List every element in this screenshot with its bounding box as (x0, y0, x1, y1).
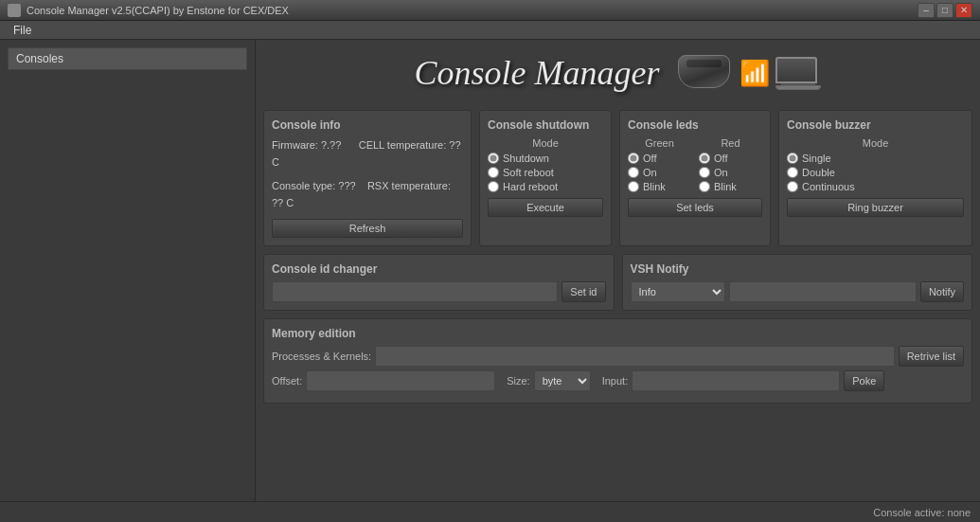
size-select[interactable]: byte word dword (534, 370, 591, 391)
console-id-title: Console id changer (272, 262, 606, 276)
shutdown-option-soft-reboot[interactable]: Soft reboot (488, 167, 603, 178)
middle-panel-row: Console id changer Set id VSH Notify Inf… (263, 254, 972, 311)
offset-label: Offset: (272, 375, 302, 387)
processes-kernels-row: Processes & Kernels: Retrive list (272, 346, 964, 367)
maximize-button[interactable]: □ (936, 3, 953, 18)
close-button[interactable]: ✕ (955, 3, 972, 18)
app-header: Console Manager 📶 (263, 47, 972, 99)
shutdown-radio-soft-reboot[interactable] (488, 167, 499, 178)
ps3-icon-container (678, 55, 730, 91)
firmware-info: Firmware: ?.?? CELL temperature: ?? C (272, 137, 463, 171)
window-controls: – □ ✕ (918, 3, 972, 18)
red-on-radio[interactable] (699, 167, 710, 178)
console-info-panel: Console info Firmware: ?.?? CELL tempera… (263, 110, 472, 246)
wifi-icon-container: 📶 (739, 61, 770, 85)
console-type-info: Console type: ??? RSX temperature: ?? C (272, 178, 463, 211)
buzzer-double-radio[interactable] (787, 167, 798, 178)
console-id-input[interactable] (272, 281, 558, 302)
shutdown-options: Shutdown Soft reboot Hard reboot (488, 153, 603, 192)
wifi-icon: 📶 (739, 61, 770, 85)
buzzer-continuous-label: Continuous (802, 181, 855, 192)
console-leds-panel: Console leds Green Off On (619, 110, 771, 246)
memory-edition-title: Memory edition (272, 327, 964, 340)
console-buzzer-panel: Console buzzer Mode Single Double Contin… (778, 110, 972, 246)
processes-kernels-input[interactable] (375, 346, 895, 367)
firmware-label: Firmware: ?.?? (272, 139, 341, 151)
vsh-notify-type-select[interactable]: Info Warning Error (631, 281, 725, 302)
console-type-label: Console type: ??? (272, 180, 356, 191)
sidebar: Consoles (0, 40, 256, 501)
red-off-label: Off (714, 153, 727, 164)
red-led-options: Off On Blink (699, 153, 762, 192)
buzzer-double-option[interactable]: Double (787, 167, 964, 178)
console-buzzer-title: Console buzzer (787, 118, 964, 132)
green-on-option[interactable]: On (628, 167, 657, 178)
console-info-title: Console info (272, 118, 463, 132)
buzzer-continuous-radio[interactable] (787, 181, 798, 192)
buzzer-single-option[interactable]: Single (787, 153, 964, 164)
vsh-notify-message-input[interactable] (729, 281, 917, 302)
green-on-label: On (643, 167, 657, 178)
green-on-radio[interactable] (628, 167, 639, 178)
red-off-option[interactable]: Off (699, 153, 727, 164)
red-blink-option[interactable]: Blink (699, 181, 737, 192)
ring-buzzer-button[interactable]: Ring buzzer (787, 198, 964, 217)
red-off-radio[interactable] (699, 153, 710, 164)
red-blink-radio[interactable] (699, 181, 710, 192)
shutdown-radio-shutdown[interactable] (488, 153, 499, 164)
vsh-notify-panel: VSH Notify Info Warning Error Notify (622, 254, 973, 311)
red-blink-label: Blink (714, 181, 737, 192)
content-area: Console Manager 📶 Console info Firmware:… (256, 40, 980, 501)
green-led-options: Off On Blink (628, 153, 691, 192)
red-on-option[interactable]: On (699, 167, 728, 178)
input-label: Input: (602, 375, 629, 387)
vsh-notify-title: VSH Notify (631, 262, 965, 276)
status-text: Console active: none (873, 507, 971, 518)
green-off-radio[interactable] (628, 153, 639, 164)
sidebar-header: Consoles (8, 47, 247, 70)
green-off-label: Off (643, 153, 656, 164)
size-label: Size: (507, 375, 529, 387)
memory-edition-panel: Memory edition Processes & Kernels: Retr… (263, 318, 972, 404)
top-panel-row: Console info Firmware: ?.?? CELL tempera… (263, 110, 972, 246)
console-leds-title: Console leds (628, 118, 762, 132)
green-blink-label: Blink (643, 181, 666, 192)
shutdown-mode-label: Mode (488, 137, 603, 149)
main-layout: Consoles Console Manager 📶 Console info (0, 40, 980, 501)
console-shutdown-panel: Console shutdown Mode Shutdown Soft rebo… (479, 110, 612, 246)
buzzer-mode-label: Mode (787, 137, 964, 149)
ps3-icon (678, 55, 730, 88)
offset-input[interactable] (306, 370, 495, 391)
poke-input[interactable] (632, 370, 840, 391)
buzzer-options: Single Double Continuous (787, 153, 964, 192)
green-blink-option[interactable]: Blink (628, 181, 666, 192)
red-led-header: Red (699, 137, 762, 149)
minimize-button[interactable]: – (918, 3, 935, 18)
green-off-option[interactable]: Off (628, 153, 656, 164)
buzzer-continuous-option[interactable]: Continuous (787, 181, 964, 192)
offset-size-input-row: Offset: Size: byte word dword Input: Pok… (272, 370, 964, 391)
titlebar: Console Manager v2.5(CCAPI) by Enstone f… (0, 0, 980, 21)
processes-kernels-label: Processes & Kernels: (272, 351, 371, 362)
menu-file[interactable]: File (6, 21, 39, 39)
retrieve-list-button[interactable]: Retrive list (899, 346, 964, 367)
set-id-button[interactable]: Set id (561, 281, 605, 302)
poke-button[interactable]: Poke (844, 370, 884, 391)
green-blink-radio[interactable] (628, 181, 639, 192)
hard-reboot-label: Hard reboot (503, 181, 558, 192)
shutdown-label: Shutdown (503, 153, 549, 164)
soft-reboot-label: Soft reboot (503, 167, 554, 178)
notify-button[interactable]: Notify (920, 281, 964, 302)
console-id-panel: Console id changer Set id (263, 254, 615, 311)
shutdown-option-hard-reboot[interactable]: Hard reboot (488, 181, 603, 192)
set-leds-button[interactable]: Set leds (628, 198, 762, 217)
shutdown-radio-hard-reboot[interactable] (488, 181, 499, 192)
laptop-screen-icon (775, 57, 817, 83)
laptop-base-icon (775, 85, 821, 90)
buzzer-single-label: Single (802, 153, 831, 164)
app-icon (8, 4, 21, 17)
buzzer-single-radio[interactable] (787, 153, 798, 164)
shutdown-option-shutdown[interactable]: Shutdown (488, 153, 603, 164)
refresh-button[interactable]: Refresh (272, 219, 463, 238)
execute-button[interactable]: Execute (488, 198, 603, 217)
